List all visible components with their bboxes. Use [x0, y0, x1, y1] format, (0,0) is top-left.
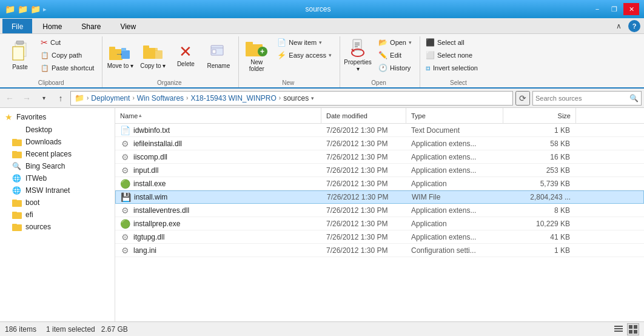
- new-item-button[interactable]: 📄 New item ▾: [274, 36, 329, 49]
- msw-globe-icon: 🌐: [12, 186, 22, 195]
- delete-button[interactable]: ✕ Delete: [170, 36, 201, 73]
- new-item-dropdown-icon: ▾: [319, 39, 322, 45]
- file-type-cell: Application: [406, 180, 503, 188]
- tab-file[interactable]: File: [2, 19, 32, 33]
- sidebar-item-sources[interactable]: sources: [0, 221, 115, 233]
- search-box[interactable]: 🔍: [532, 91, 642, 106]
- svg-rect-4: [109, 47, 115, 50]
- move-to-button[interactable]: → Move to ▾: [105, 36, 135, 73]
- file-name-cell: 🟢 installprep.exe: [115, 219, 321, 229]
- breadcrumb-deployment[interactable]: Deployment: [91, 94, 130, 102]
- rename-button[interactable]: Rename: [203, 36, 233, 73]
- edit-button[interactable]: ✏️ Edit: [375, 49, 404, 61]
- svg-rect-25: [614, 326, 623, 327]
- easy-access-button[interactable]: ⚡ Easy access ▾: [274, 49, 335, 61]
- help-button[interactable]: ?: [628, 20, 640, 32]
- sidebar-item-desktop[interactable]: Desktop: [0, 124, 115, 136]
- large-icons-view-button[interactable]: [627, 323, 639, 335]
- sidebar-item-msw[interactable]: 🌐 MSW Intranet: [0, 184, 115, 197]
- history-button[interactable]: 🕐 History: [375, 62, 414, 74]
- table-row[interactable]: ⚙ installeventres.dll 7/26/2012 1:30 PM …: [115, 204, 644, 217]
- file-date-cell: 7/26/2012 1:30 PM: [321, 180, 406, 188]
- ribbon-collapse-button[interactable]: ∧: [611, 19, 626, 33]
- col-header-name[interactable]: Name: [115, 108, 321, 124]
- breadcrumb-dropdown-icon[interactable]: ▾: [311, 95, 314, 101]
- tab-share[interactable]: Share: [72, 19, 110, 33]
- paste-shortcut-icon: 📋: [41, 64, 49, 72]
- copy-path-icon: 📋: [41, 52, 49, 59]
- rename-label: Rename: [207, 62, 230, 69]
- open-col: 📂 Open ▾ ✏️ Edit 🕐 History: [375, 36, 415, 74]
- table-row[interactable]: ⚙ lang.ini 7/26/2012 1:30 PM Configurati…: [115, 244, 644, 257]
- properties-button[interactable]: Properties ▾: [343, 36, 373, 73]
- file-name-cell: ⚙ installeventres.dll: [115, 206, 321, 215]
- properties-label: Properties ▾: [344, 59, 372, 72]
- table-row[interactable]: 🟢 installprep.exe 7/26/2012 1:30 PM Appl…: [115, 217, 644, 230]
- table-row[interactable]: 📄 idwbinfo.txt 7/26/2012 1:30 PM Text Do…: [115, 124, 644, 137]
- file-type-icon: 🟢: [120, 219, 130, 229]
- sidebar-item-boot[interactable]: boot: [0, 197, 115, 209]
- history-icon: 🕐: [378, 64, 387, 72]
- ribbon-tabs: File Home Share View ∧ ?: [0, 18, 644, 34]
- sidebar-item-bing[interactable]: 🔍 Bing Search: [0, 160, 115, 172]
- table-row[interactable]: ⚙ iiscomp.dll 7/26/2012 1:30 PM Applicat…: [115, 150, 644, 164]
- new-folder-icon: +: [246, 38, 267, 58]
- tab-home[interactable]: Home: [33, 19, 71, 33]
- search-icon[interactable]: 🔍: [629, 94, 639, 102]
- forward-button[interactable]: →: [19, 91, 34, 106]
- svg-rect-27: [614, 331, 623, 332]
- file-type-icon: ⚙: [120, 152, 130, 162]
- restore-button[interactable]: ❐: [606, 3, 622, 15]
- file-type-icon: ⚙: [120, 166, 130, 175]
- back-button[interactable]: ←: [2, 91, 17, 106]
- col-header-date[interactable]: Date modified: [321, 108, 406, 124]
- new-folder-button[interactable]: + Newfolder: [241, 36, 272, 73]
- file-size-cell: 16 KB: [503, 153, 576, 161]
- file-type-cell: Application: [406, 220, 503, 228]
- refresh-button[interactable]: ⟳: [515, 91, 530, 106]
- minimize-button[interactable]: −: [589, 3, 605, 15]
- table-row[interactable]: ⚙ input.dll 7/26/2012 1:30 PM Applicatio…: [115, 164, 644, 177]
- svg-rect-16: [246, 42, 253, 45]
- paste-button[interactable]: Paste: [5, 36, 35, 73]
- table-row[interactable]: ⚙ itgtupg.dll 7/26/2012 1:30 PM Applicat…: [115, 230, 644, 244]
- select-all-button[interactable]: ⬛ Select all: [423, 36, 468, 49]
- svg-rect-14: [212, 50, 216, 53]
- copy-path-button[interactable]: 📋 Copy path: [38, 49, 85, 61]
- file-type-cell: Application extens...: [406, 153, 503, 161]
- details-view-button[interactable]: [612, 323, 625, 335]
- col-header-size[interactable]: Size: [503, 108, 576, 124]
- file-type-cell: WIM File: [407, 193, 504, 201]
- svg-text:+: +: [260, 47, 264, 56]
- paste-shortcut-button[interactable]: 📋 Paste shortcut: [38, 62, 97, 74]
- table-row[interactable]: 🟢 install.exe 7/26/2012 1:30 PM Applicat…: [115, 177, 644, 190]
- recent-locations-button[interactable]: ▾: [36, 91, 51, 106]
- breadcrumb-bar[interactable]: 📁 › Deployment › Win Softwares › X18-159…: [70, 91, 513, 106]
- sidebar-item-itweb[interactable]: 🌐 ITWeb: [0, 172, 115, 184]
- col-header-type[interactable]: Type: [406, 108, 503, 124]
- search-input[interactable]: [535, 95, 629, 102]
- file-list: 📄 idwbinfo.txt 7/26/2012 1:30 PM Text Do…: [115, 124, 644, 321]
- breadcrumb-winsoftwares[interactable]: Win Softwares: [137, 94, 184, 102]
- invert-selection-button[interactable]: ⧈ Invert selection: [423, 62, 481, 74]
- scissors-icon: ✂: [41, 38, 48, 47]
- breadcrumb-sep-3: ›: [279, 95, 281, 101]
- tab-view[interactable]: View: [111, 19, 145, 33]
- up-button[interactable]: ↑: [53, 91, 68, 106]
- file-type-cell: Application extens...: [406, 166, 503, 175]
- copy-to-button[interactable]: Copy to ▾: [138, 36, 168, 73]
- close-button[interactable]: ✕: [623, 3, 639, 15]
- sidebar-item-recent[interactable]: Recent places: [0, 148, 115, 160]
- sidebar-item-efi[interactable]: efi: [0, 209, 115, 221]
- sidebar-item-downloads[interactable]: Downloads: [0, 136, 115, 148]
- cut-button[interactable]: ✂ Cut: [38, 36, 64, 49]
- sidebar-item-label: Downloads: [25, 138, 61, 146]
- select-none-button[interactable]: ⬜ Select none: [423, 49, 475, 61]
- sidebar: ★ Favorites Desktop Downloads Recent pla…: [0, 108, 115, 321]
- breadcrumb-x18[interactable]: X18-15943 WIN_WINPRO: [190, 94, 276, 102]
- open-button[interactable]: 📂 Open ▾: [375, 36, 415, 49]
- easy-access-dropdown-icon: ▾: [329, 52, 332, 58]
- table-row[interactable]: 💾 install.wim 7/26/2012 1:30 PM WIM File…: [115, 190, 644, 204]
- table-row[interactable]: ⚙ iefileinstallai.dll 7/26/2012 1:30 PM …: [115, 137, 644, 150]
- clipboard-label: Clipboard: [5, 78, 97, 87]
